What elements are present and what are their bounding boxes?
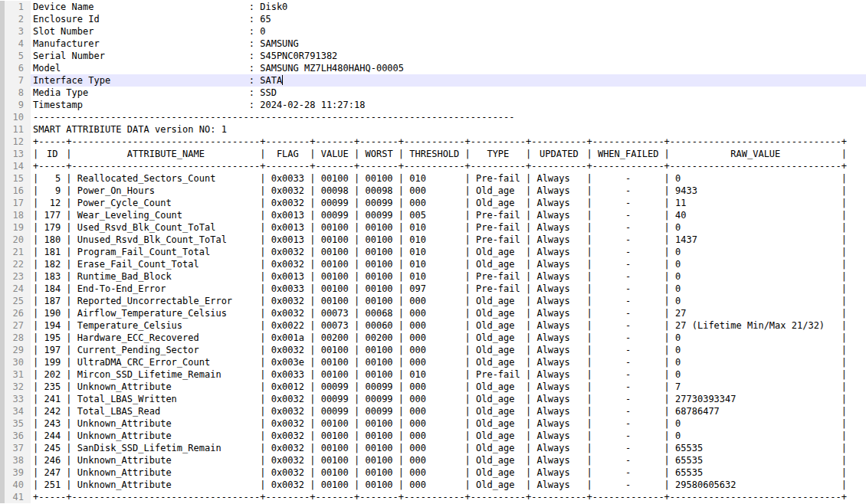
line-number[interactable]: 19 [0, 221, 31, 234]
table-row[interactable]: |183|Runtime_Bad_Block|0x0013|00100|0010… [31, 270, 866, 283]
line-number[interactable]: 13 [0, 148, 31, 160]
table-row[interactable]: |235|Unknown_Attribute|0x0012|00099|0009… [31, 381, 866, 393]
line-number[interactable]: 23 [0, 270, 31, 283]
table-row[interactable]: |5|Reallocated_Sectors_Count|0x0033|0010… [31, 172, 866, 185]
cell-worst: 00099 [359, 381, 399, 393]
table-row[interactable]: |182|Erase_Fail_Count_Total|0x0032|00100… [31, 258, 866, 270]
line-text[interactable]: ----------------------------------------… [31, 111, 866, 123]
table-row[interactable]: |9|Power_On_Hours|0x0032|00098|00098|000… [31, 185, 866, 197]
line-text[interactable]: Timestamp: 2024-02-28 11:27:18 [31, 99, 866, 111]
table-row[interactable]: |242|Total_LBAS_Read|0x0032|00099|00099|… [31, 405, 866, 417]
line-number[interactable]: 39 [0, 466, 31, 479]
field-value: SAMSUNG [260, 38, 299, 49]
line-number[interactable]: 1 [0, 1, 31, 13]
cell-worst: 00099 [359, 197, 399, 209]
line-number[interactable]: 8 [0, 87, 31, 99]
line-text[interactable]: Manufacturer: SAMSUNG [31, 38, 866, 50]
table-row[interactable]: |241|Total_LBAS_Written|0x0032|00099|000… [31, 393, 866, 405]
line-number[interactable]: 33 [0, 393, 31, 405]
table-row[interactable]: |251|Unknown_Attribute|0x0032|00100|0010… [31, 479, 866, 491]
line-number[interactable]: 18 [0, 209, 31, 221]
line-number[interactable]: 6 [0, 62, 31, 74]
line-number[interactable]: 38 [0, 454, 31, 466]
table-row[interactable]: |246|Unknown_Attribute|0x0032|00100|0010… [31, 454, 866, 466]
line-number[interactable]: 34 [0, 405, 31, 417]
line-text[interactable]: Enclosure Id: 65 [31, 13, 866, 25]
line-number[interactable]: 26 [0, 307, 31, 319]
line-number[interactable]: 31 [0, 368, 31, 381]
line-number[interactable]: 37 [0, 442, 31, 454]
line-number[interactable]: 11 [0, 123, 31, 136]
line-number[interactable]: 30 [0, 356, 31, 368]
line-number[interactable]: 24 [0, 283, 31, 295]
line-number[interactable]: 14 [0, 160, 31, 172]
line-number[interactable]: 28 [0, 332, 31, 344]
table-border-line[interactable]: +-----+---------------------------------… [31, 491, 866, 503]
cell-attribute_name: SanDisk_SSD_Lifetim_Remain [72, 442, 261, 454]
table-row[interactable]: |197|Current_Pending_Sector|0x0032|00100… [31, 344, 866, 356]
line-number[interactable]: 5 [0, 50, 31, 62]
cell-worst: 00100 [359, 221, 399, 234]
line-text[interactable]: Serial Number: S45PNC0R791382 [31, 50, 866, 62]
line-number[interactable]: 40 [0, 479, 31, 491]
line-number[interactable]: 35 [0, 417, 31, 430]
table-row[interactable]: |12|Power_Cycle_Count|0x0032|00099|00099… [31, 197, 866, 209]
line-number[interactable]: 27 [0, 319, 31, 332]
table-row[interactable]: |181|Program_Fail_Count_Total|0x0032|001… [31, 246, 866, 258]
line-text[interactable]: SMART ATTRIBIUTE DATA version NO: 1 [31, 123, 866, 136]
line-text[interactable]: Device Name: Disk0 [31, 1, 866, 13]
line-number[interactable]: 17 [0, 197, 31, 209]
table-row[interactable]: |194|Temperature_Celsius|0x0022|00073|00… [31, 319, 866, 332]
table-row[interactable]: |179|Used_Rsvd_Blk_Count_ToTal|0x0013|00… [31, 221, 866, 234]
line-number[interactable]: 29 [0, 344, 31, 356]
table-row[interactable]: |202|Mircon_SSD_Lifetime_Remain|0x0033|0… [31, 368, 866, 381]
table-row[interactable]: |177|Wear_Leveling_Count|0x0013|00099|00… [31, 209, 866, 221]
cell-attribute_name: Hardware_ECC_Recovered [72, 332, 261, 344]
table-row[interactable]: |243|Unknown_Attribute|0x0032|00100|0010… [31, 417, 866, 430]
cell-raw_value: 68786477 [670, 405, 841, 417]
table-row[interactable]: |245|SanDisk_SSD_Lifetim_Remain|0x0032|0… [31, 442, 866, 454]
line-text[interactable]: |ID|ATTRIBUTE_NAME|FLAG|VALUE|WORST|THRE… [31, 148, 866, 160]
line-number[interactable]: 20 [0, 234, 31, 246]
cell-id: 190 [38, 307, 66, 319]
line-text[interactable]: Model: SAMSUNG MZ7LH480HAHQ-00005 [31, 62, 866, 74]
line-number[interactable]: 4 [0, 38, 31, 50]
table-row[interactable]: |180|Unused_Rsvd_Blk_Count_ToTal|0x0013|… [31, 234, 866, 246]
line-number[interactable]: 25 [0, 295, 31, 307]
editor[interactable]: 1Device Name: Disk02Enclosure Id: 653Slo… [0, 0, 866, 504]
line-number[interactable]: 32 [0, 381, 31, 393]
table-row[interactable]: |195|Hardware_ECC_Recovered|0x001a|00200… [31, 332, 866, 344]
table-border-line[interactable]: +-----+---------------------------------… [31, 160, 866, 172]
line-text[interactable]: Media Type: SSD [31, 87, 866, 99]
table-border-line[interactable]: +-----+---------------------------------… [31, 136, 866, 148]
cell-when_failed: - [592, 417, 664, 430]
table-row[interactable]: |184|End-To-End_Error|0x0033|00100|00100… [31, 283, 866, 295]
cell-when_failed: - [592, 270, 664, 283]
line-number[interactable]: 3 [0, 25, 31, 38]
line-number[interactable]: 15 [0, 172, 31, 185]
code-line: 41+-----+-------------------------------… [0, 491, 866, 503]
line-number[interactable]: 36 [0, 430, 31, 442]
cell-flag: 0x0013 [265, 209, 310, 221]
cell-id: 181 [38, 246, 66, 258]
table-row[interactable]: |190|Airflow_Temperature_Celsius|0x0032|… [31, 307, 866, 319]
line-number[interactable]: 10 [0, 111, 31, 123]
line-number[interactable]: 16 [0, 185, 31, 197]
line-number[interactable]: 2 [0, 13, 31, 25]
cell-threshold: 010 [404, 368, 464, 381]
table-row[interactable]: |247|Unknown_Attribute|0x0032|00100|0010… [31, 466, 866, 479]
line-text[interactable]: Slot Number: 0 [31, 25, 866, 38]
cell-updated: Always [531, 295, 586, 307]
table-row[interactable]: |187|Reported_Uncorrectable_Error|0x0032… [31, 295, 866, 307]
line-number[interactable]: 41 [0, 491, 31, 503]
line-number[interactable]: 21 [0, 246, 31, 258]
table-row[interactable]: |199|UltraDMA_CRC_Error_Count|0x003e|001… [31, 356, 866, 368]
line-number[interactable]: 12 [0, 136, 31, 148]
code-line: 1Device Name: Disk0 [0, 1, 866, 13]
table-row[interactable]: |244|Unknown_Attribute|0x0032|00100|0010… [31, 430, 866, 442]
line-number[interactable]: 7 [0, 74, 31, 87]
line-text[interactable]: Interface Type: SATA [31, 74, 866, 87]
line-number[interactable]: 9 [0, 99, 31, 111]
line-number[interactable]: 22 [0, 258, 31, 270]
cell-raw_value: 0 [670, 270, 841, 283]
